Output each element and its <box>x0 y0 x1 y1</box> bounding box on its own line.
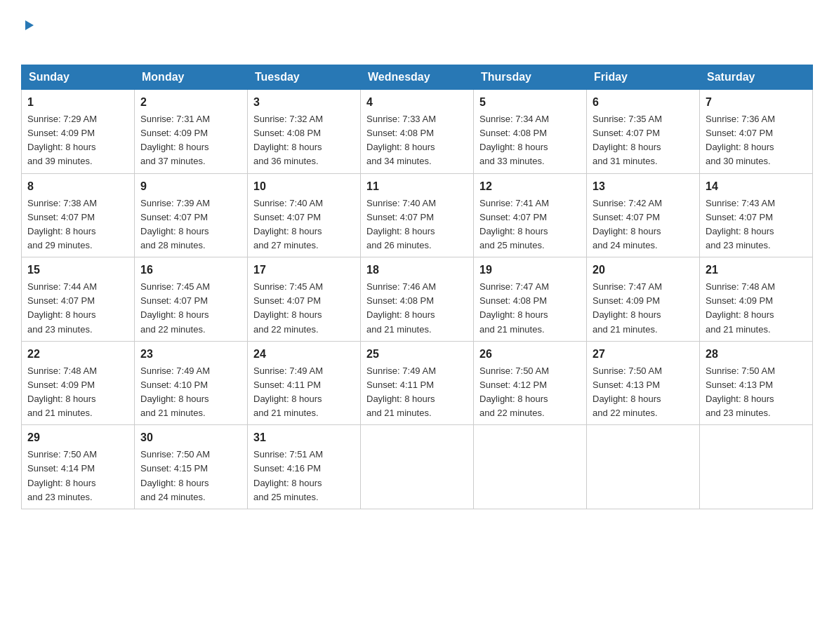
day-info: Sunrise: 7:29 AMSunset: 4:09 PMDaylight:… <box>27 114 97 166</box>
calendar-cell <box>700 425 813 509</box>
day-number: 24 <box>253 346 355 363</box>
logo-icon <box>21 18 37 36</box>
day-number: 10 <box>253 178 355 195</box>
calendar-cell: 17 Sunrise: 7:45 AMSunset: 4:07 PMDaylig… <box>248 257 361 342</box>
calendar-cell: 11 Sunrise: 7:40 AMSunset: 4:07 PMDaylig… <box>361 173 474 257</box>
day-info: Sunrise: 7:33 AMSunset: 4:08 PMDaylight:… <box>366 114 436 166</box>
day-number: 12 <box>479 178 581 195</box>
page-header <box>21 14 813 58</box>
day-number: 2 <box>140 94 241 111</box>
day-number: 8 <box>27 178 128 195</box>
calendar-cell: 26 Sunrise: 7:50 AMSunset: 4:12 PMDaylig… <box>474 341 587 425</box>
calendar-week-1: 1 Sunrise: 7:29 AMSunset: 4:09 PMDayligh… <box>22 90 813 174</box>
calendar-cell: 21 Sunrise: 7:48 AMSunset: 4:09 PMDaylig… <box>700 257 813 342</box>
weekday-header-saturday: Saturday <box>700 65 813 90</box>
day-number: 31 <box>253 429 355 446</box>
day-number: 3 <box>253 94 355 111</box>
day-number: 7 <box>706 94 807 111</box>
svg-marker-0 <box>25 20 34 30</box>
day-info: Sunrise: 7:48 AMSunset: 4:09 PMDaylight:… <box>706 281 775 334</box>
day-number: 20 <box>593 262 694 279</box>
day-info: Sunrise: 7:50 AMSunset: 4:12 PMDaylight:… <box>479 365 549 418</box>
weekday-header-thursday: Thursday <box>474 65 587 90</box>
day-info: Sunrise: 7:47 AMSunset: 4:08 PMDaylight:… <box>479 281 549 334</box>
day-number: 27 <box>593 346 694 363</box>
calendar-cell: 24 Sunrise: 7:49 AMSunset: 4:11 PMDaylig… <box>248 341 361 425</box>
calendar-cell: 22 Sunrise: 7:48 AMSunset: 4:09 PMDaylig… <box>22 341 135 425</box>
day-number: 18 <box>366 262 468 279</box>
weekday-header-friday: Friday <box>587 65 700 90</box>
calendar-cell: 12 Sunrise: 7:41 AMSunset: 4:07 PMDaylig… <box>474 173 587 257</box>
weekday-header-monday: Monday <box>135 65 248 90</box>
calendar-week-3: 15 Sunrise: 7:44 AMSunset: 4:07 PMDaylig… <box>22 257 813 342</box>
logo-arrow-icon <box>21 18 37 36</box>
calendar-cell: 7 Sunrise: 7:36 AMSunset: 4:07 PMDayligh… <box>700 90 813 174</box>
calendar-cell: 31 Sunrise: 7:51 AMSunset: 4:16 PMDaylig… <box>248 425 361 509</box>
day-number: 23 <box>140 346 241 363</box>
calendar-cell: 15 Sunrise: 7:44 AMSunset: 4:07 PMDaylig… <box>22 257 135 342</box>
calendar-cell <box>474 425 587 509</box>
calendar-cell <box>361 425 474 509</box>
logo <box>21 14 37 58</box>
day-info: Sunrise: 7:35 AMSunset: 4:07 PMDaylight:… <box>593 114 662 166</box>
day-number: 22 <box>27 346 128 363</box>
calendar-cell: 4 Sunrise: 7:33 AMSunset: 4:08 PMDayligh… <box>361 90 474 174</box>
calendar-week-5: 29 Sunrise: 7:50 AMSunset: 4:14 PMDaylig… <box>22 425 813 509</box>
weekday-header-wednesday: Wednesday <box>361 65 474 90</box>
day-info: Sunrise: 7:49 AMSunset: 4:11 PMDaylight:… <box>366 365 436 418</box>
day-number: 11 <box>366 178 468 195</box>
day-info: Sunrise: 7:44 AMSunset: 4:07 PMDaylight:… <box>27 281 97 334</box>
calendar-cell: 16 Sunrise: 7:45 AMSunset: 4:07 PMDaylig… <box>135 257 248 342</box>
day-info: Sunrise: 7:42 AMSunset: 4:07 PMDaylight:… <box>593 198 662 250</box>
day-number: 4 <box>366 94 468 111</box>
calendar-cell: 3 Sunrise: 7:32 AMSunset: 4:08 PMDayligh… <box>248 90 361 174</box>
day-info: Sunrise: 7:49 AMSunset: 4:11 PMDaylight:… <box>253 365 323 418</box>
calendar-cell: 27 Sunrise: 7:50 AMSunset: 4:13 PMDaylig… <box>587 341 700 425</box>
calendar-cell: 6 Sunrise: 7:35 AMSunset: 4:07 PMDayligh… <box>587 90 700 174</box>
day-number: 26 <box>479 346 581 363</box>
day-number: 19 <box>479 262 581 279</box>
calendar-cell: 25 Sunrise: 7:49 AMSunset: 4:11 PMDaylig… <box>361 341 474 425</box>
calendar-cell: 8 Sunrise: 7:38 AMSunset: 4:07 PMDayligh… <box>22 173 135 257</box>
logo-blue-text <box>21 36 24 58</box>
calendar-cell: 20 Sunrise: 7:47 AMSunset: 4:09 PMDaylig… <box>587 257 700 342</box>
day-number: 15 <box>27 262 128 279</box>
day-info: Sunrise: 7:43 AMSunset: 4:07 PMDaylight:… <box>706 198 775 250</box>
day-info: Sunrise: 7:45 AMSunset: 4:07 PMDaylight:… <box>140 281 210 334</box>
calendar-cell: 23 Sunrise: 7:49 AMSunset: 4:10 PMDaylig… <box>135 341 248 425</box>
day-number: 6 <box>593 94 694 111</box>
day-info: Sunrise: 7:36 AMSunset: 4:07 PMDaylight:… <box>706 114 775 166</box>
day-info: Sunrise: 7:50 AMSunset: 4:13 PMDaylight:… <box>593 365 662 418</box>
day-info: Sunrise: 7:46 AMSunset: 4:08 PMDaylight:… <box>366 281 436 334</box>
day-info: Sunrise: 7:38 AMSunset: 4:07 PMDaylight:… <box>27 198 97 250</box>
calendar-cell: 28 Sunrise: 7:50 AMSunset: 4:13 PMDaylig… <box>700 341 813 425</box>
calendar-cell: 29 Sunrise: 7:50 AMSunset: 4:14 PMDaylig… <box>22 425 135 509</box>
day-info: Sunrise: 7:48 AMSunset: 4:09 PMDaylight:… <box>27 365 97 418</box>
day-number: 9 <box>140 178 241 195</box>
day-info: Sunrise: 7:45 AMSunset: 4:07 PMDaylight:… <box>253 281 323 334</box>
day-info: Sunrise: 7:40 AMSunset: 4:07 PMDaylight:… <box>253 198 323 250</box>
day-info: Sunrise: 7:41 AMSunset: 4:07 PMDaylight:… <box>479 198 549 250</box>
calendar-cell <box>587 425 700 509</box>
day-info: Sunrise: 7:47 AMSunset: 4:09 PMDaylight:… <box>593 281 662 334</box>
calendar-cell: 13 Sunrise: 7:42 AMSunset: 4:07 PMDaylig… <box>587 173 700 257</box>
day-info: Sunrise: 7:34 AMSunset: 4:08 PMDaylight:… <box>479 114 549 166</box>
calendar-week-4: 22 Sunrise: 7:48 AMSunset: 4:09 PMDaylig… <box>22 341 813 425</box>
calendar-cell: 9 Sunrise: 7:39 AMSunset: 4:07 PMDayligh… <box>135 173 248 257</box>
calendar-cell: 19 Sunrise: 7:47 AMSunset: 4:08 PMDaylig… <box>474 257 587 342</box>
day-info: Sunrise: 7:31 AMSunset: 4:09 PMDaylight:… <box>140 114 210 166</box>
day-number: 30 <box>140 429 241 446</box>
day-number: 25 <box>366 346 468 363</box>
calendar-cell: 2 Sunrise: 7:31 AMSunset: 4:09 PMDayligh… <box>135 90 248 174</box>
weekday-header-sunday: Sunday <box>22 65 135 90</box>
calendar-cell: 1 Sunrise: 7:29 AMSunset: 4:09 PMDayligh… <box>22 90 135 174</box>
weekday-header-tuesday: Tuesday <box>248 65 361 90</box>
day-info: Sunrise: 7:50 AMSunset: 4:14 PMDaylight:… <box>27 449 97 502</box>
day-number: 1 <box>27 94 128 111</box>
day-number: 28 <box>706 346 807 363</box>
day-number: 14 <box>706 178 807 195</box>
calendar-cell: 30 Sunrise: 7:50 AMSunset: 4:15 PMDaylig… <box>135 425 248 509</box>
day-info: Sunrise: 7:50 AMSunset: 4:15 PMDaylight:… <box>140 449 210 502</box>
day-number: 17 <box>253 262 355 279</box>
calendar-cell: 14 Sunrise: 7:43 AMSunset: 4:07 PMDaylig… <box>700 173 813 257</box>
